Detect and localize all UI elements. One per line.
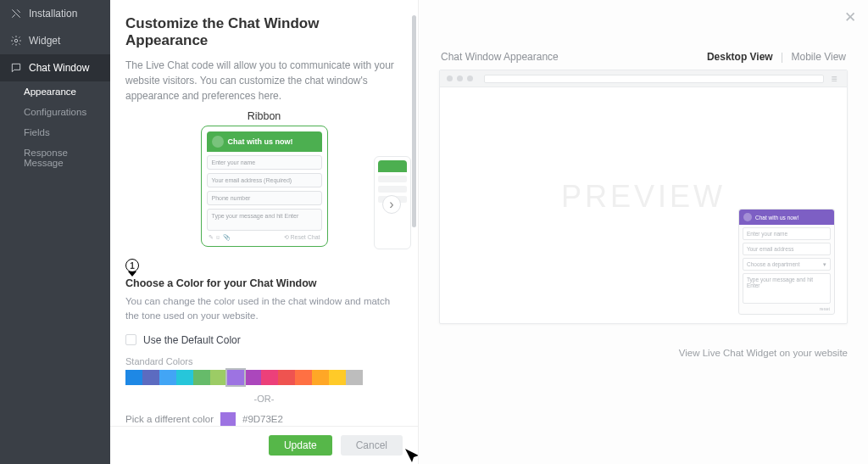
sidebar-item-label: Widget — [29, 35, 60, 47]
hamburger-icon: ≡ — [828, 73, 840, 85]
color-swatch[interactable] — [329, 370, 346, 385]
window-dot-icon — [467, 75, 473, 81]
preview-pane: ✕ Chat Window Appearance Desktop View | … — [419, 0, 868, 464]
chevron-right-icon: › — [389, 197, 393, 212]
chat-email-field: Your email address — [743, 243, 831, 255]
sidebar-sub-fields[interactable]: Fields — [0, 122, 110, 143]
ribbon-label: Ribbon — [125, 110, 403, 122]
tab-mobile-view[interactable]: Mobile View — [792, 51, 846, 63]
settings-panel: Customize the Chat Window Appearance The… — [110, 0, 419, 464]
gear-icon — [10, 35, 22, 47]
tab-separator: | — [781, 51, 783, 63]
step-1-desc: You can change the color used in the cha… — [125, 294, 403, 324]
pick-color-label: Pick a different color — [125, 414, 214, 424]
sidebar-item-installation[interactable]: Installation — [0, 0, 110, 27]
chevron-down-icon: ▾ — [823, 261, 826, 268]
color-swatch[interactable] — [244, 370, 261, 385]
preview-header-label: Chat Window Appearance — [441, 51, 559, 63]
default-color-label: Use the Default Color — [143, 334, 241, 346]
ribbon-message-field: Type your message and hit Enter — [207, 209, 322, 231]
color-swatch[interactable] — [159, 370, 176, 385]
color-swatch[interactable] — [176, 370, 193, 385]
tab-desktop-view[interactable]: Desktop View — [707, 51, 773, 63]
color-swatch[interactable] — [193, 370, 210, 385]
color-swatches — [125, 370, 403, 385]
checkbox-icon[interactable] — [125, 334, 136, 345]
color-swatch[interactable] — [278, 370, 295, 385]
ribbon-preview-card[interactable]: Chat with us now! Enter your name Your e… — [201, 126, 328, 247]
chat-name-field: Enter your name — [743, 227, 831, 240]
sidebar-item-widget[interactable]: Widget — [0, 27, 110, 54]
chat-msg-field: Type your message and hit Enter — [743, 273, 831, 304]
chat-dept-field: Choose a department▾ — [743, 258, 831, 271]
carousel-next-button[interactable]: › — [382, 195, 401, 214]
sidebar-sub-configurations[interactable]: Configurations — [0, 102, 110, 122]
page-title: Customize the Chat Window Appearance — [125, 15, 403, 49]
cancel-button[interactable]: Cancel — [341, 435, 403, 456]
cursor-arrow-icon — [403, 447, 419, 464]
chat-bubble-icon — [743, 213, 752, 221]
sidebar-sub-appearance[interactable]: Appearance — [0, 81, 110, 102]
color-swatch[interactable] — [261, 370, 278, 385]
color-swatch[interactable] — [142, 370, 159, 385]
footer-bar: Update Cancel — [110, 426, 418, 464]
view-widget-link[interactable]: View Live Chat Widget on your website — [439, 348, 848, 358]
hex-value: #9D73E2 — [242, 414, 283, 424]
chat-foot: reset — [739, 304, 834, 314]
window-dot-icon — [447, 75, 453, 81]
chat-icon — [10, 62, 22, 74]
chat-widget-preview: Chat with us now! Enter your name Your e… — [738, 209, 835, 315]
or-divider: -OR- — [125, 394, 403, 404]
sidebar-item-label: Chat Window — [29, 62, 89, 74]
ribbon-head-text: Chat with us now! — [228, 137, 293, 146]
sidebar: Installation Widget Chat Window Appearan… — [0, 0, 110, 464]
standard-colors-label: Standard Colors — [125, 356, 403, 366]
custom-color-swatch[interactable] — [220, 412, 236, 426]
sidebar-item-label: Installation — [29, 8, 77, 20]
browser-preview: ≡ PREVIEW Chat with us now! Enter your n… — [439, 70, 848, 324]
color-swatch[interactable] — [346, 370, 363, 385]
sidebar-sub-response-message[interactable]: Response Message — [0, 143, 110, 173]
scrollbar[interactable] — [412, 15, 416, 227]
color-swatch[interactable] — [312, 370, 329, 385]
update-button[interactable]: Update — [269, 435, 332, 456]
svg-point-0 — [14, 39, 18, 42]
color-swatch[interactable] — [295, 370, 312, 385]
intro-text: The Live Chat code will allow you to com… — [125, 58, 403, 103]
sidebar-item-chat-window[interactable]: Chat Window — [0, 54, 110, 81]
ribbon-header: Chat with us now! — [207, 131, 322, 152]
ribbon-foot-reset: ⟲ Reset Chat — [284, 234, 320, 241]
color-swatch[interactable] — [210, 370, 227, 385]
default-color-checkbox-row[interactable]: Use the Default Color — [125, 334, 403, 346]
url-bar — [484, 75, 824, 83]
color-swatch[interactable] — [125, 370, 142, 385]
close-icon[interactable]: ✕ — [844, 8, 856, 26]
step-1-badge: 1 — [125, 259, 139, 272]
chat-head-text: Chat with us now! — [755, 215, 798, 221]
ribbon-foot-icons: ✎ ☺ 📎 — [209, 234, 231, 241]
chat-bubble-icon — [212, 136, 224, 148]
ribbon-email-field: Your email address (Required) — [207, 173, 322, 187]
step-1-title: Choose a Color for your Chat Window — [125, 277, 403, 289]
tools-icon — [10, 8, 22, 20]
color-swatch[interactable] — [227, 370, 244, 385]
window-dot-icon — [457, 75, 463, 81]
ribbon-phone-field: Phone number — [207, 191, 322, 205]
ribbon-name-field: Enter your name — [207, 155, 322, 170]
